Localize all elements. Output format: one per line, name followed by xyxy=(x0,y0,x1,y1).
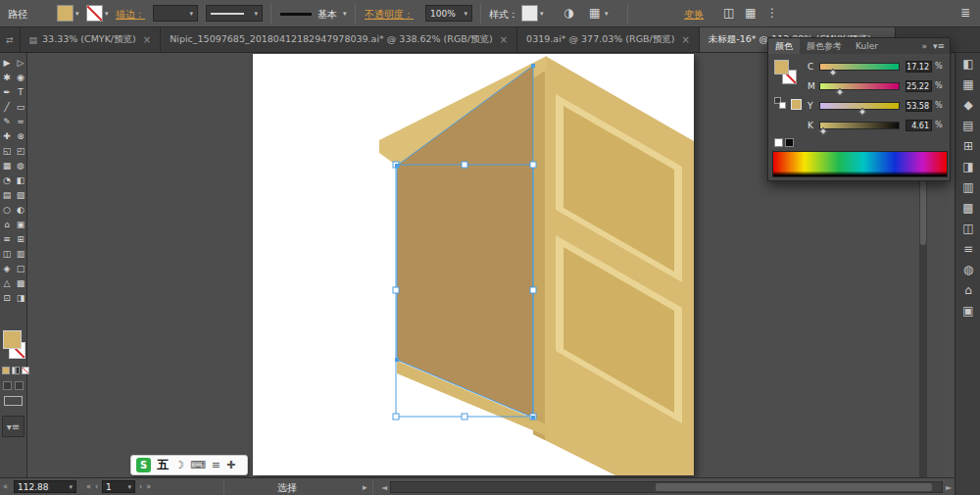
opacity-combo[interactable]: 100% ▾ xyxy=(425,5,472,22)
dock-panel-icon-12[interactable]: ▣ xyxy=(956,304,980,318)
slider-track[interactable] xyxy=(819,122,900,129)
horizontal-scroll-track[interactable] xyxy=(390,481,943,493)
zoom-level-combo[interactable]: 112.88 ▾ xyxy=(14,480,76,493)
workspace-switcher-icon[interactable]: ≣ xyxy=(960,6,970,20)
align-objects-icon[interactable]: ◫ xyxy=(723,6,734,20)
tab-close-icon[interactable]: × xyxy=(500,34,508,45)
tool-icon-29[interactable]: □ xyxy=(14,262,27,276)
tool-icon-8[interactable]: ✎ xyxy=(0,115,14,129)
tool-icon-3[interactable]: ◉ xyxy=(14,71,27,85)
door-dark-panel[interactable] xyxy=(397,66,533,418)
black-swatch[interactable] xyxy=(785,138,794,147)
tool-icon-32[interactable]: ⊡ xyxy=(0,291,14,306)
tool-icon-20[interactable]: ○ xyxy=(0,203,14,218)
tool-icon-31[interactable]: ▩ xyxy=(14,276,27,291)
tool-icon-26[interactable]: ◫ xyxy=(0,247,14,262)
tool-icon-28[interactable]: ◈ xyxy=(0,262,14,276)
fill-dropdown-icon[interactable]: ▾ xyxy=(75,10,79,18)
dock-panel-icon-1[interactable]: ▦ xyxy=(956,77,980,91)
tool-icon-14[interactable]: ▦ xyxy=(0,159,14,173)
tool-icon-24[interactable]: ≡ xyxy=(0,232,14,247)
next-artboard-icon[interactable]: › xyxy=(139,482,142,491)
tool-icon-17[interactable]: ◧ xyxy=(14,173,27,188)
color-mode-icon[interactable] xyxy=(2,367,10,374)
brush-name[interactable]: 基本 xyxy=(318,8,337,22)
tool-icon-9[interactable]: ≈ xyxy=(14,115,27,129)
tool-icon-27[interactable]: ▥ xyxy=(14,247,27,262)
slider-value-field[interactable]: 17.12 xyxy=(906,61,932,73)
brush-dropdown-icon[interactable]: ▾ xyxy=(343,10,347,18)
tool-icon-22[interactable]: ⌂ xyxy=(0,218,14,232)
slider-value-field[interactable]: 53.58 xyxy=(906,100,932,112)
width-profile-combo[interactable]: ▾ xyxy=(206,5,263,22)
artboard-arrow-icon[interactable]: ▾ xyxy=(128,483,132,491)
none-mode-icon[interactable] xyxy=(22,367,29,374)
tool-icon-4[interactable]: ✒ xyxy=(0,85,14,100)
fill-color-swatch[interactable] xyxy=(57,5,74,22)
screen-mode-button[interactable] xyxy=(4,396,23,406)
tab-color-guide[interactable]: 颜色参考 xyxy=(800,38,849,54)
stroke-dropdown-icon[interactable]: ▾ xyxy=(105,10,109,18)
transform-link[interactable]: 变换 xyxy=(684,8,704,22)
zoom-arrow-icon[interactable]: ▾ xyxy=(69,481,73,493)
tab-color[interactable]: 颜色 xyxy=(768,38,800,54)
tab-kuler[interactable]: Kuler xyxy=(849,38,885,54)
document-tab-1[interactable]: ▤33.33% (CMYK/预览)× xyxy=(21,27,162,52)
document-tab-2[interactable]: Nipic_15097685_20180412182947978039.ai* … xyxy=(161,27,517,52)
draw-behind-icon[interactable] xyxy=(15,381,24,390)
toolbar-fill-swatch[interactable] xyxy=(3,330,22,349)
style-dropdown-icon[interactable]: ▾ xyxy=(540,10,544,18)
tool-icon-13[interactable]: ◰ xyxy=(14,144,27,159)
tool-icon-11[interactable]: ⊗ xyxy=(14,129,27,144)
slider-track[interactable] xyxy=(819,82,900,90)
dock-panel-icon-3[interactable]: ▤ xyxy=(956,119,980,132)
tab-close-icon[interactable]: × xyxy=(143,34,151,45)
slider-value-field[interactable]: 4.61 xyxy=(906,120,932,131)
opacity-arrow-icon[interactable]: ▾ xyxy=(460,10,467,18)
last-artboard-icon[interactable]: » xyxy=(146,482,151,491)
status-flyout-icon[interactable]: ▸ xyxy=(363,482,368,492)
white-swatch[interactable] xyxy=(774,138,783,147)
tool-icon-16[interactable]: ◔ xyxy=(0,173,14,188)
tool-icon-7[interactable]: ▭ xyxy=(14,100,27,115)
style-swatch[interactable] xyxy=(521,5,538,22)
horizontal-scrollbar[interactable]: ◄ ► xyxy=(378,480,955,494)
ime-logo[interactable]: S xyxy=(136,458,151,472)
prev-artboard-icon[interactable]: ‹ xyxy=(95,482,98,491)
dock-panel-icon-9[interactable]: ≡ xyxy=(956,242,980,256)
stroke-weight-combo[interactable]: ▾ xyxy=(153,5,198,22)
opacity-link[interactable]: 不透明度： xyxy=(365,8,414,22)
dock-panel-icon-0[interactable]: ◧ xyxy=(956,57,980,71)
tab-scroll-icon[interactable]: ⇄ xyxy=(0,27,21,52)
ime-icon-0[interactable]: ☽ xyxy=(174,459,184,471)
stroke-panel-link[interactable]: 描边： xyxy=(116,8,145,22)
dock-panel-icon-5[interactable]: ◨ xyxy=(956,160,980,173)
tab-close-icon[interactable]: × xyxy=(681,34,689,45)
dock-panel-icon-8[interactable]: ◫ xyxy=(956,222,980,235)
ime-icon-3[interactable]: ✚ xyxy=(226,459,235,471)
collapsed-panel-box[interactable]: ▾≡ xyxy=(2,416,24,437)
width-profile-arrow-icon[interactable]: ▾ xyxy=(250,10,258,18)
horizontal-scroll-thumb[interactable] xyxy=(656,483,932,491)
document-setup-arrow-icon[interactable]: ▾ xyxy=(605,10,609,18)
document-tab-3[interactable]: 0319.ai* @ 377.03% (RGB/预览)× xyxy=(517,27,700,52)
tool-icon-5[interactable]: T xyxy=(14,85,27,100)
distribute-objects-icon[interactable]: ▦ xyxy=(745,6,756,20)
stroke-weight-arrow-icon[interactable]: ▾ xyxy=(185,10,193,18)
tool-icon-25[interactable]: ⊞ xyxy=(14,232,27,247)
panel-menu-icon[interactable]: ▾≡ xyxy=(933,41,945,51)
artboard-number-combo[interactable]: 1 ▾ xyxy=(102,480,135,493)
statusbar-expand-icon[interactable]: « xyxy=(3,482,8,491)
tool-icon-19[interactable]: ▧ xyxy=(14,188,27,203)
dock-panel-icon-2[interactable]: ◆ xyxy=(956,98,980,112)
dock-panel-icon-6[interactable]: ▥ xyxy=(956,180,980,194)
ime-icon-1[interactable]: ⌨ xyxy=(190,459,206,471)
more-options-icon[interactable]: ⋮ xyxy=(766,6,778,20)
tool-icon-10[interactable]: ✚ xyxy=(0,129,14,144)
tool-icon-15[interactable]: ◍ xyxy=(14,159,27,173)
ime-mode-label[interactable]: 五 xyxy=(157,457,169,473)
tool-icon-2[interactable]: ✱ xyxy=(0,71,14,85)
dock-panel-icon-10[interactable]: ◍ xyxy=(956,263,980,276)
stroke-color-swatch[interactable] xyxy=(86,5,103,22)
gradient-mode-icon[interactable] xyxy=(12,367,20,374)
